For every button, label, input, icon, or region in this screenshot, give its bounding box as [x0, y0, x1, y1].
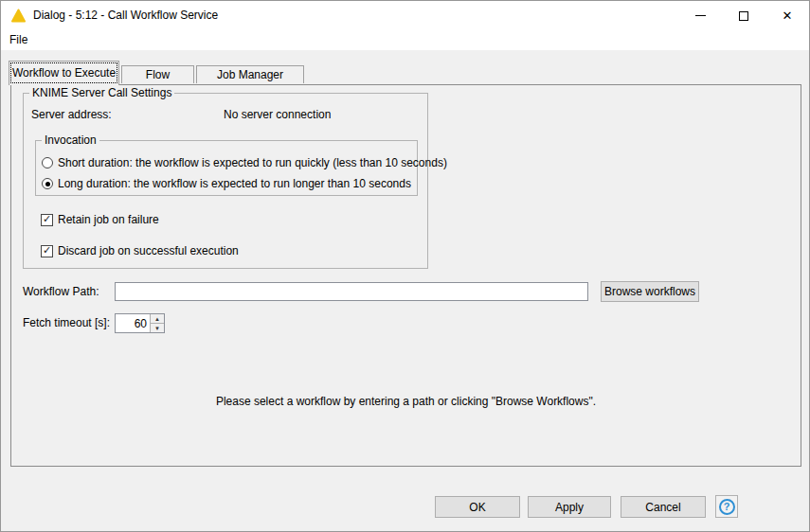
- apply-button[interactable]: Apply: [528, 496, 611, 518]
- server-call-settings-group: KNIME Server Call Settings Server addres…: [23, 93, 428, 269]
- fetch-timeout-input[interactable]: [116, 314, 150, 332]
- radio-short-duration[interactable]: Short duration: the workflow is expected…: [42, 156, 447, 169]
- spinner-up-button[interactable]: ▲: [151, 314, 164, 323]
- workflow-path-input[interactable]: [115, 282, 588, 301]
- checkbox-icon: ✓: [41, 245, 53, 257]
- maximize-button[interactable]: [722, 1, 765, 30]
- titlebar: Dialog - 5:12 - Call Workflow Service ✕: [1, 1, 809, 30]
- tab-content-panel: KNIME Server Call Settings Server addres…: [10, 84, 801, 467]
- checkbox-discard-job[interactable]: ✓ Discard job on successful execution: [41, 244, 239, 257]
- browse-workflows-button[interactable]: Browse workflows: [601, 281, 699, 302]
- tab-workflow-to-execute[interactable]: Workflow to Execute: [9, 61, 119, 85]
- menubar: File: [1, 30, 809, 50]
- tab-flow-variables[interactable]: Flow Variables: [121, 65, 194, 83]
- radio-label: Short duration: the workflow is expected…: [58, 156, 447, 169]
- close-button[interactable]: ✕: [765, 1, 809, 30]
- radio-label: Long duration: the workflow is expected …: [58, 177, 411, 190]
- dialog-window: Dialog - 5:12 - Call Workflow Service ✕ …: [0, 0, 810, 532]
- tab-job-manager-selection[interactable]: Job Manager Selection: [196, 65, 304, 83]
- window-controls: ✕: [678, 1, 809, 30]
- server-address-value: No server connection: [224, 108, 331, 121]
- checkbox-retain-job[interactable]: ✓ Retain job on failure: [41, 213, 159, 226]
- radio-long-duration[interactable]: Long duration: the workflow is expected …: [42, 177, 411, 190]
- fetch-timeout-spinner: ▲ ▼: [115, 313, 165, 333]
- radio-icon: [42, 157, 53, 168]
- close-icon: ✕: [783, 9, 793, 22]
- group-title: Invocation: [42, 133, 99, 147]
- minimize-icon: [695, 15, 706, 16]
- group-title: KNIME Server Call Settings: [29, 86, 174, 99]
- cancel-button[interactable]: Cancel: [621, 496, 706, 518]
- invocation-group: Invocation Short duration: the workflow …: [35, 140, 418, 196]
- check-mark-icon: ✓: [43, 213, 51, 225]
- help-icon: ?: [719, 499, 735, 515]
- checkbox-label: Retain job on failure: [58, 213, 159, 226]
- window-title: Dialog - 5:12 - Call Workflow Service: [33, 1, 218, 30]
- hint-message: Please select a workflow by entering a p…: [11, 395, 801, 408]
- help-button[interactable]: ?: [715, 495, 738, 518]
- menu-file[interactable]: File: [1, 30, 36, 50]
- maximize-icon: [739, 11, 748, 21]
- workflow-path-label: Workflow Path:: [23, 285, 99, 298]
- spinner-down-button[interactable]: ▼: [151, 323, 164, 332]
- arrow-up-icon: ▲: [154, 316, 160, 322]
- radio-icon: [42, 178, 53, 189]
- check-mark-icon: ✓: [43, 244, 51, 257]
- minimize-button[interactable]: [678, 1, 722, 30]
- checkbox-label: Discard job on successful execution: [58, 244, 239, 257]
- arrow-down-icon: ▼: [154, 326, 160, 331]
- server-address-label: Server address:: [31, 108, 112, 121]
- knime-triangle-icon: [10, 8, 27, 24]
- fetch-timeout-label: Fetch timeout [s]:: [23, 316, 110, 329]
- spinner-buttons: ▲ ▼: [150, 314, 164, 332]
- checkbox-icon: ✓: [41, 214, 53, 226]
- ok-button[interactable]: OK: [435, 496, 520, 518]
